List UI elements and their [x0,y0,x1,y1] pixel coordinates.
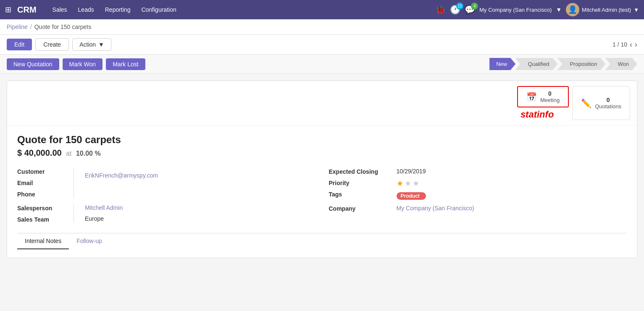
pagination-prev[interactable]: ‹ [630,40,632,49]
nav-reporting[interactable]: Reporting [101,5,135,15]
bug-icon[interactable]: 🐞 [435,5,446,15]
action-label: Action [79,41,96,48]
left-values: ErikNFrench@armyspy.com [80,168,158,198]
fields-grid: Customer Email Phone ErikNFrench@armyspy… [17,168,627,223]
user-avatar: 👤 [566,3,579,16]
meeting-count: 0 [540,90,560,97]
record-body: Quote for 150 carpets $ 40,000.00 at 10.… [7,125,637,258]
phone-label: Phone [17,191,68,198]
main-content: 📅 0 Meeting statinfo ✏️ 0 Quotations Quo… [0,74,644,265]
toolbar: Edit Create Action ▼ 1 / 10 ‹ › [0,35,644,55]
quotation-label: Quotations [595,103,621,110]
sales-team-label: Sales Team [17,216,68,223]
meeting-statinfo-button[interactable]: 📅 0 Meeting [517,86,569,107]
mark-lost-button[interactable]: Mark Lost [106,58,145,70]
topnav-right: 🐞 🕐 15 💬 4 My Company (San Francisco) ▼ … [435,3,639,16]
customer-label: Customer [17,168,68,175]
message-badge: 4 [471,3,478,10]
quotation-count: 0 [595,97,621,103]
stage-bar: New Quotation Mark Won Mark Lost New Qua… [0,55,644,74]
record-card: 📅 0 Meeting statinfo ✏️ 0 Quotations Quo… [7,81,637,258]
right-labels: Expected Closing Priority Tags [329,168,379,200]
message-icon[interactable]: 💬 4 [465,5,475,15]
left-labels: Customer Email Phone [17,168,68,198]
pagination: 1 / 10 ‹ › [612,40,637,49]
nav-configuration[interactable]: Configuration [137,5,180,15]
calendar-icon: 📅 [526,92,537,102]
stage-new[interactable]: New [489,58,515,70]
star-1[interactable]: ★ [397,179,403,188]
pagination-info: 1 / 10 [612,41,627,48]
clock-badge: 15 [456,3,463,10]
grid-icon[interactable]: ⊞ [5,5,11,14]
new-quotation-button[interactable]: New Quotation [7,58,59,70]
company-value-col: My Company (San Francisco) [392,205,474,212]
right-fields: Expected Closing Priority Tags 10/29/201… [329,168,627,223]
company-value[interactable]: My Company (San Francisco) [397,205,474,212]
stage-proposition[interactable]: Proposition [557,58,605,70]
tag-product[interactable]: Product [397,192,426,200]
priority-stars[interactable]: ★ ★ ★ [397,179,426,188]
salesperson-values: Mitchell Admin Europe [80,204,123,223]
record-title: Quote for 150 carpets [17,134,627,146]
nav-links: Sales Leads Reporting Configuration [48,5,432,15]
priority-label: Priority [329,179,379,186]
tags-label: Tags [329,191,379,198]
action-dropdown-icon: ▼ [98,41,104,48]
action-button[interactable]: Action ▼ [72,38,111,51]
tabs-bar: Internal Notes Follow-up [17,233,627,249]
company-label: Company [329,205,379,212]
stage-qualified[interactable]: Qualified [515,58,557,70]
quotation-icon: ✏️ [581,98,591,108]
nav-sales[interactable]: Sales [48,5,71,15]
quotation-statinfo-button[interactable]: ✏️ 0 Quotations [572,86,630,120]
record-percentage: 10.00 % [76,150,101,157]
nav-leads[interactable]: Leads [74,5,98,15]
expected-closing-label: Expected Closing [329,168,379,175]
email-value[interactable]: ErikNFrench@armyspy.com [85,172,158,179]
pipeline-stages: New Qualified Proposition Won [489,58,637,70]
breadcrumb: Pipeline / Quote for 150 carpets [0,19,644,35]
tab-follow-up[interactable]: Follow-up [69,233,110,249]
right-values: 10/29/2019 ★ ★ ★ Product [392,168,426,200]
stage-won[interactable]: Won [605,58,638,70]
star-3[interactable]: ★ [413,179,419,188]
user-name: Mitchell Admin (test) [582,7,631,13]
company-selector[interactable]: My Company (San Francisco) [479,7,552,13]
pagination-next[interactable]: › [635,40,637,49]
statinfo-annotation: statinfo [520,109,569,120]
record-amount: $ 40,000.00 [17,148,62,157]
meeting-label: Meeting [540,97,560,103]
expected-closing-value: 10/29/2019 [397,168,426,175]
salesperson-label: Salesperson [17,204,68,212]
top-navigation: ⊞ CRM Sales Leads Reporting Configuratio… [0,0,644,19]
breadcrumb-current: Quote for 150 carpets [34,24,91,30]
record-subtitle: $ 40,000.00 at 10.00 % [17,148,627,158]
statinfo-bar: 📅 0 Meeting statinfo ✏️ 0 Quotations [7,81,637,125]
brand-name[interactable]: CRM [17,5,37,15]
breadcrumb-parent[interactable]: Pipeline [7,24,28,30]
salesperson-labels: Salesperson Sales Team [17,204,68,223]
clock-icon[interactable]: 🕐 15 [450,5,460,15]
left-fields: Customer Email Phone ErikNFrench@armyspy… [17,168,315,223]
edit-button[interactable]: Edit [7,39,32,50]
tab-internal-notes[interactable]: Internal Notes [17,233,69,249]
sales-team-value: Europe [85,215,123,222]
record-at: at [66,150,71,157]
star-2[interactable]: ★ [405,179,411,188]
company-label-col: Company [329,205,379,212]
user-menu[interactable]: 👤 Mitchell Admin (test) ▼ [566,3,639,16]
mark-won-button[interactable]: Mark Won [63,58,103,70]
salesperson-value[interactable]: Mitchell Admin [85,204,123,211]
email-label: Email [17,179,68,186]
breadcrumb-separator: / [30,24,32,30]
create-button[interactable]: Create [35,38,69,51]
